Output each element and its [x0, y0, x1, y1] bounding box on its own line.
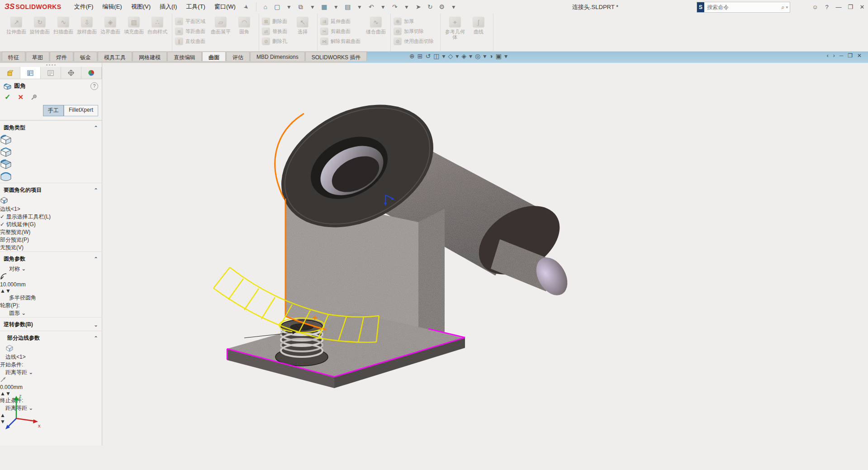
minimize-button[interactable]: — [833, 0, 844, 13]
fillet-button[interactable]: ◠圆角 [232, 15, 256, 34]
redo-button[interactable]: ↷ [389, 2, 400, 11]
rebuild-button[interactable]: ↻ [425, 2, 436, 11]
extruded-surface-button[interactable]: ↗拉伸曲面 [5, 15, 28, 34]
trim-surface-button[interactable]: ✂剪裁曲面 [320, 27, 364, 35]
search-caret-icon[interactable]: ▾ [786, 5, 790, 9]
solidworks-window: ЗS SOLIDWORKS 文件(F)编辑(E)视图(V)插入(I)工具(T)窗… [0, 0, 868, 470]
model-threaded-hole[interactable] [275, 318, 328, 366]
previous-window-button[interactable]: ‹ [827, 52, 829, 59]
planar-surface-button[interactable]: ▱平面区域 [175, 17, 209, 25]
dropdown-caret[interactable]: ▾ [378, 2, 389, 11]
dropdown-caret[interactable]: ▾ [504, 52, 508, 60]
zoom-area-icon[interactable]: ⊞ [417, 52, 423, 60]
next-window-button[interactable]: › [833, 52, 835, 59]
undo-button[interactable]: ↶ [366, 2, 377, 11]
menu-window[interactable]: 窗口(W) [210, 1, 240, 13]
display-style-icon[interactable]: ◈ [461, 52, 466, 60]
dropdown-caret[interactable]: ▾ [401, 2, 412, 11]
edit-appearance-icon[interactable]: ◑ [489, 52, 493, 60]
user-account-button[interactable]: ☺ [809, 0, 821, 13]
select-tool-button[interactable]: ↖选择 [291, 15, 314, 34]
ruled-surface-button[interactable]: ∥直纹曲面 [175, 37, 209, 45]
lofted-surface-button[interactable]: ⇩放样曲面 [75, 15, 99, 34]
select-button[interactable]: ➤ [413, 2, 424, 11]
pin-menu-icon[interactable]: ➤ [242, 3, 250, 11]
dropdown-caret[interactable]: ▾ [284, 2, 294, 11]
reference-geometry-button[interactable]: ⌖参考几何体 [443, 15, 467, 40]
dropdown-caret[interactable]: ▾ [331, 2, 342, 11]
solidworks-logo-text: SOLIDWORKS [15, 3, 61, 10]
doc-minimize-button[interactable]: ─ [840, 52, 844, 59]
doc-restore-button[interactable]: ❐ [848, 52, 853, 59]
dropdown-caret[interactable]: ▾ [442, 52, 445, 60]
home-button[interactable]: ⌂ [260, 2, 271, 11]
filled-surface-button[interactable]: ▨填充曲面 [122, 15, 146, 34]
hide-show-items-icon[interactable]: ◎ [475, 52, 480, 60]
tab-sketch[interactable]: 草图 [26, 52, 49, 61]
revolved-surface-button[interactable]: ↻旋转曲面 [28, 15, 52, 34]
model-3d-view[interactable]: z x [0, 63, 766, 446]
print-button[interactable]: ▤ [342, 2, 353, 11]
section-view-icon[interactable]: ◫ [433, 52, 439, 60]
extend-surface-button[interactable]: ⇉延伸曲面 [320, 17, 364, 25]
tab-mbd-dimensions[interactable]: MBD Dimensions [250, 52, 305, 61]
dropdown-caret[interactable]: ▾ [483, 52, 486, 60]
delete-hole-button[interactable]: ⊘删除孔 [262, 37, 291, 45]
view-orientation-icon[interactable]: ◇ [448, 52, 453, 60]
ribbon-group-trim: ⇉延伸曲面 ✂剪裁曲面 ⋈解除剪裁曲面 ∿缝合曲面 [318, 14, 391, 51]
tab-surfaces[interactable]: 曲面 [202, 52, 226, 61]
title-bar: ЗS SOLIDWORKS 文件(F)编辑(E)视图(V)插入(I)工具(T)窗… [0, 0, 868, 14]
tab-features[interactable]: 特征 [2, 52, 25, 61]
flatten-surface-button[interactable]: ▱曲面展平 [209, 15, 232, 34]
new-document-button[interactable]: ▢ [272, 2, 283, 11]
graphics-viewport[interactable]: z x 连接头 (A) <<默认>_外.. ✓ ✕ 上下文工具栏. ▣◻◰◳◲◱… [0, 63, 868, 255]
ribbon-group-thicken: ⊕加厚 ⊖加厚切除 ⊘使用曲面切除 [391, 14, 441, 51]
tab-weldments[interactable]: 焊件 [50, 52, 73, 61]
search-icon[interactable]: ⌕ [780, 4, 786, 11]
tab-mesh-modeling[interactable]: 网格建模 [133, 52, 167, 61]
svg-text:z: z [19, 393, 22, 399]
boundary-surface-button[interactable]: ◈边界曲面 [99, 15, 122, 34]
freeform-button[interactable]: ∴自由样式 [146, 15, 169, 34]
dropdown-caret[interactable]: ▾ [307, 2, 318, 11]
knit-surface-button[interactable]: ∿缝合曲面 [364, 15, 388, 34]
document-window-controls: ‹›─❐✕ [827, 52, 862, 59]
dropdown-caret[interactable]: ▾ [354, 2, 365, 11]
menu-insert[interactable]: 插入(I) [155, 1, 181, 13]
menu-file[interactable]: 文件(F) [70, 1, 98, 13]
thickened-cut-button[interactable]: ⊖加厚切除 [394, 27, 437, 35]
close-button[interactable]: ✕ [856, 0, 868, 13]
previous-view-icon[interactable]: ↺ [425, 52, 431, 60]
tab-evaluate[interactable]: 评估 [226, 52, 250, 61]
ribbon-group-plane-fillet: ▱平面区域 ≋等距曲面 ∥直纹曲面 ▱曲面展平 ◠圆角 [172, 14, 259, 51]
tab-sheet-metal[interactable]: 钣金 [74, 52, 97, 61]
cut-with-surface-button[interactable]: ⊘使用曲面切除 [394, 37, 437, 45]
help-button[interactable]: ? [821, 0, 833, 13]
tab-solidworks-addins[interactable]: SOLIDWORKS 插件 [305, 52, 367, 61]
save-button[interactable]: ▦ [319, 2, 330, 11]
menu-tools[interactable]: 工具(T) [181, 1, 210, 13]
menu-edit[interactable]: 编辑(E) [98, 1, 126, 13]
open-button[interactable]: ⧉ [295, 2, 306, 11]
view-settings-icon[interactable]: ▣ [496, 52, 502, 60]
untrim-surface-button[interactable]: ⋈解除剪裁曲面 [320, 37, 364, 45]
options-button[interactable]: ⚙ [436, 2, 447, 11]
maximize-button[interactable]: ❐ [844, 0, 856, 13]
dropdown-caret[interactable]: ▾ [448, 2, 459, 11]
command-search-input[interactable] [704, 4, 780, 10]
tab-direct-editing[interactable]: 直接编辑 [167, 52, 202, 61]
swept-surface-button[interactable]: ∿扫描曲面 [52, 15, 75, 34]
doc-close-button[interactable]: ✕ [857, 52, 862, 59]
zoom-fit-icon[interactable]: ⊕ [409, 52, 415, 60]
tab-mold-tools[interactable]: 模具工具 [98, 52, 132, 61]
dropdown-caret[interactable]: ▾ [455, 52, 459, 60]
replace-face-button[interactable]: ⇄替换面 [262, 27, 291, 35]
thicken-button[interactable]: ⊕加厚 [394, 17, 437, 25]
search-logo-icon: S [697, 2, 704, 12]
offset-surface-button[interactable]: ≋等距曲面 [175, 27, 209, 35]
dropdown-caret[interactable]: ▾ [469, 52, 472, 60]
curves-button[interactable]: ∫曲线 [467, 15, 490, 40]
menu-view[interactable]: 视图(V) [127, 1, 155, 13]
toolbar-separator [256, 2, 256, 11]
delete-face-button[interactable]: ⊠删除面 [262, 17, 291, 25]
